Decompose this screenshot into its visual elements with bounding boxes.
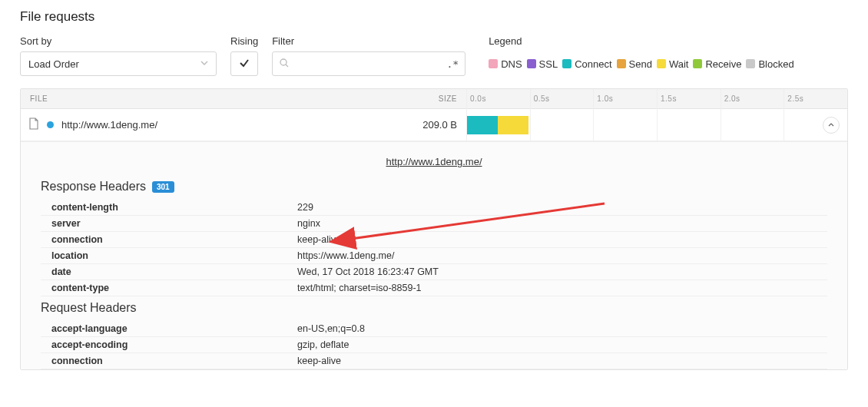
header-key: accept-encoding (51, 339, 297, 350)
requests-table: FILE SIZE 0.0s0.5s1.0s1.5s2.0s2.5s http:… (20, 88, 848, 370)
legend-label-text: Blocked (758, 58, 793, 70)
page-title: File requests (20, 9, 848, 25)
legend-swatch (527, 59, 536, 68)
filter-label: Filter (272, 35, 465, 47)
header-row: connectionkeep-alive (41, 232, 827, 248)
timeline-header: 0.0s0.5s1.0s1.5s2.0s2.5s (466, 89, 847, 109)
header-row: dateWed, 17 Oct 2018 16:23:47 GMT (41, 264, 827, 280)
detail-panel: http://www.1deng.me/ Response Headers 30… (21, 141, 847, 369)
timeline-tick: 0.5s (530, 89, 594, 109)
sort-group: Sort by Load Order (20, 35, 217, 76)
connect-bar (467, 116, 498, 134)
legend-label-text: Connect (575, 58, 611, 70)
request-headers-title: Request Headers (41, 301, 827, 315)
table-row[interactable]: http://www.1deng.me/ 209.0 B (21, 109, 847, 141)
sort-select[interactable]: Load Order (20, 51, 217, 76)
timing-bar (467, 116, 528, 134)
header-row: content-typetext/html; charset=iso-8859-… (41, 280, 827, 296)
legend-item: Blocked (746, 58, 793, 70)
filter-input[interactable] (290, 58, 446, 70)
legend-label-text: SSL (539, 58, 558, 70)
header-value: text/html; charset=iso-8859-1 (297, 283, 827, 293)
row-size: 209.0 B (328, 119, 466, 131)
legend-swatch (617, 59, 626, 68)
response-headers-table: content-length229servernginxconnectionke… (41, 200, 827, 296)
header-key: content-type (51, 283, 297, 293)
rising-label: Rising (230, 35, 258, 47)
check-icon (239, 58, 250, 71)
legend-swatch (562, 59, 571, 68)
header-key: date (51, 266, 297, 277)
svg-point-0 (280, 59, 287, 65)
header-key: content-length (51, 202, 297, 213)
svg-line-1 (286, 65, 288, 67)
rising-group: Rising (230, 35, 258, 76)
header-row: content-length229 (41, 200, 827, 216)
wait-bar (498, 116, 528, 134)
legend-label-text: Send (629, 58, 652, 70)
legend-item: Receive (693, 58, 741, 70)
request-headers-table: accept-languageen-US,en;q=0.8accept-enco… (41, 321, 827, 369)
legend-swatch (489, 59, 498, 68)
request-headers-label: Request Headers (41, 301, 137, 315)
header-value: keep-alive (297, 356, 827, 366)
timeline-tick: 2.5s (784, 89, 847, 109)
legend-item: Wait (657, 58, 689, 70)
timeline-tick: 2.0s (721, 89, 784, 109)
header-key: connection (51, 356, 297, 366)
header-value: 229 (297, 202, 827, 213)
header-key: accept-language (51, 323, 297, 334)
document-icon (28, 117, 39, 132)
header-row: locationhttps://www.1deng.me/ (41, 248, 827, 264)
header-row: servernginx (41, 216, 827, 232)
header-key: server (51, 218, 297, 229)
row-file: http://www.1deng.me/ (21, 117, 328, 132)
row-timeline (466, 109, 847, 141)
legend-items: DNSSSLConnectSendWaitReceiveBlocked (489, 51, 797, 76)
legend-label: Legend (489, 35, 797, 47)
legend-swatch (746, 59, 755, 68)
timeline-tick: 0.0s (466, 89, 530, 109)
rising-toggle[interactable] (230, 51, 258, 76)
legend-item: Connect (562, 58, 611, 70)
header-key: connection (51, 234, 297, 245)
header-value: https://www.1deng.me/ (297, 250, 827, 261)
status-badge: 301 (152, 181, 174, 193)
chevron-up-icon (828, 121, 834, 130)
detail-url[interactable]: http://www.1deng.me/ (41, 156, 827, 167)
status-dot (47, 121, 54, 128)
header-key: location (51, 250, 297, 261)
header-value: keep-alive (297, 234, 827, 245)
header-row: accept-encodinggzip, deflate (41, 337, 827, 353)
legend-item: SSL (527, 58, 558, 70)
timeline-tick: 1.0s (593, 89, 657, 109)
legend-swatch (693, 59, 702, 68)
collapse-button[interactable] (823, 117, 840, 134)
sort-value: Load Order (28, 58, 79, 70)
row-url: http://www.1deng.me/ (61, 119, 157, 131)
timeline-tick: 1.5s (657, 89, 721, 109)
legend-item: DNS (489, 58, 522, 70)
header-row: connectionkeep-alive (41, 353, 827, 369)
header-value: nginx (297, 218, 827, 229)
legend-label-text: DNS (501, 58, 522, 70)
col-file: FILE (21, 94, 328, 103)
regex-hint: .* (446, 58, 459, 70)
filter-box: .* (272, 51, 465, 76)
col-size: SIZE (328, 94, 466, 103)
header-row: accept-languageen-US,en;q=0.8 (41, 321, 827, 337)
chevron-down-icon (200, 59, 208, 68)
sort-label: Sort by (20, 35, 217, 47)
controls-bar: Sort by Load Order Rising Filter .* Lege… (20, 35, 848, 76)
search-icon (279, 58, 290, 71)
legend-swatch (657, 59, 666, 68)
header-value: Wed, 17 Oct 2018 16:23:47 GMT (297, 266, 827, 277)
legend-item: Send (617, 58, 652, 70)
response-headers-title: Response Headers 301 (41, 180, 827, 194)
legend-label-text: Receive (705, 58, 741, 70)
header-value: en-US,en;q=0.8 (297, 323, 827, 334)
filter-group: Filter .* (272, 35, 465, 76)
legend-label-text: Wait (669, 58, 689, 70)
header-value: gzip, deflate (297, 339, 827, 350)
legend-group: Legend DNSSSLConnectSendWaitReceiveBlock… (489, 35, 797, 76)
